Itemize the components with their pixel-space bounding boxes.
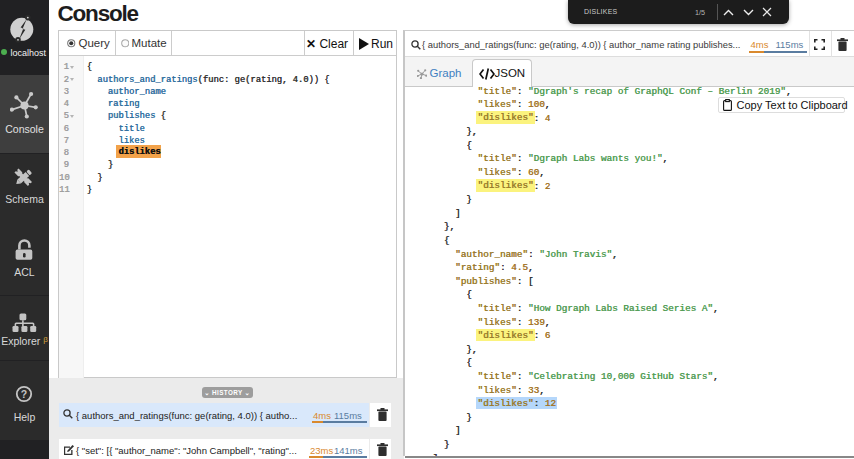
svg-text:?: ?	[21, 388, 27, 400]
